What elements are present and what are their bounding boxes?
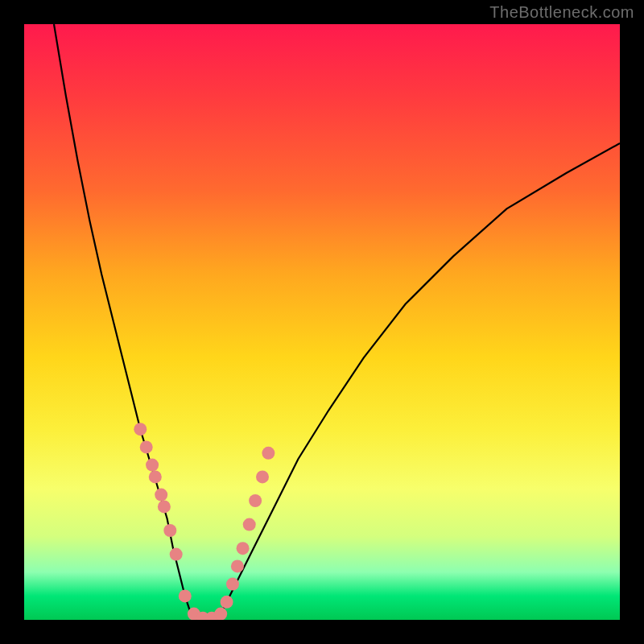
curve-svg [24,24,620,620]
watermark-text: TheBottleneck.com [489,3,634,22]
highlight-dot [146,459,159,472]
highlight-dot [155,489,167,502]
highlight-dot [226,578,239,591]
highlight-dot [163,524,176,537]
highlight-dot [231,559,244,572]
highlight-dot [158,500,171,513]
highlight-dot [243,518,256,531]
highlight-dot [262,447,275,460]
highlight-dot [140,440,153,453]
highlight-dot [249,494,262,507]
plot-area [24,24,620,620]
highlight-dot [237,542,250,555]
chart-container: TheBottleneck.com [0,0,644,644]
highlight-dot [214,608,227,620]
highlight-dots-group [134,423,275,620]
bottleneck-curve [54,24,620,619]
highlight-dot [179,589,192,602]
highlight-dot [149,470,162,483]
highlight-dot [221,596,233,609]
highlight-dot [170,548,183,561]
highlight-dot [134,423,147,436]
highlight-dot [256,470,269,483]
